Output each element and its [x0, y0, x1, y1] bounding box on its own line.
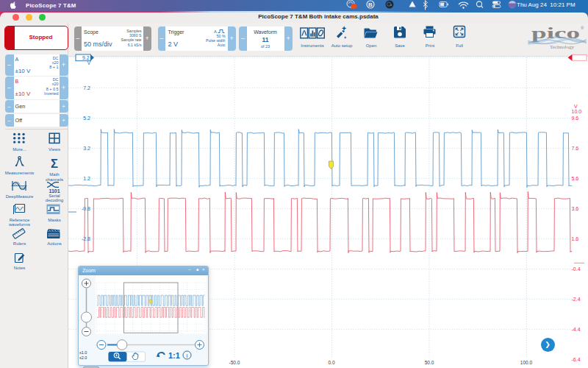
svg-text:-6.4: -6.4	[572, 357, 581, 362]
svg-text:Views: Views	[49, 147, 60, 152]
svg-text:1.2: 1.2	[83, 176, 90, 181]
svg-text:-2.8: -2.8	[82, 236, 90, 241]
svg-text:Open: Open	[366, 43, 377, 48]
svg-text:Notes: Notes	[14, 266, 26, 270]
svg-text:i: i	[187, 353, 188, 359]
svg-text:x2.0: x2.0	[79, 355, 87, 360]
svg-text:7.2: 7.2	[83, 85, 90, 91]
svg-text:Instruments: Instruments	[301, 43, 323, 48]
svg-text:Actions: Actions	[47, 241, 62, 246]
svg-text:Print: Print	[426, 43, 435, 48]
svg-text:3.6: 3.6	[572, 206, 579, 211]
svg-text:Σ: Σ	[51, 157, 58, 170]
svg-text:7.6: 7.6	[572, 146, 579, 151]
svg-text:decoding: decoding	[46, 198, 63, 202]
svg-text:9.6: 9.6	[572, 116, 579, 121]
svg-text:-4.4: -4.4	[572, 327, 581, 332]
svg-text:Reference: Reference	[10, 218, 30, 222]
svg-text:®: ®	[581, 26, 584, 30]
svg-text:5.6: 5.6	[572, 176, 579, 181]
svg-text:-2.4: -2.4	[572, 297, 581, 302]
svg-text:channels: channels	[46, 177, 63, 182]
svg-text:DeepMeasure: DeepMeasure	[6, 194, 34, 199]
svg-text:-0.4: -0.4	[572, 266, 581, 272]
svg-text:B: B	[368, 1, 373, 8]
svg-text:Auto setup: Auto setup	[331, 43, 353, 48]
svg-text:V: V	[87, 60, 91, 66]
svg-text:Math: Math	[49, 172, 59, 177]
svg-text:9.2: 9.2	[82, 55, 90, 60]
svg-text:10.0: 10.0	[572, 109, 582, 114]
svg-text:1101: 1101	[49, 188, 60, 194]
svg-text:A: A	[214, 29, 217, 34]
svg-text:V: V	[574, 104, 578, 109]
svg-text:More...: More...	[12, 147, 26, 152]
svg-text:5.2: 5.2	[83, 116, 90, 121]
svg-text:waveforms: waveforms	[8, 222, 30, 227]
svg-text:Rulers: Rulers	[13, 241, 26, 246]
svg-text:x1.0: x1.0	[79, 350, 87, 355]
svg-text:3.2: 3.2	[83, 146, 90, 151]
svg-text:Save: Save	[395, 43, 405, 48]
svg-text:1:1: 1:1	[168, 351, 180, 360]
svg-text:1.6: 1.6	[572, 236, 579, 241]
svg-text:Masks: Masks	[48, 218, 60, 222]
svg-text:Serial: Serial	[49, 194, 60, 198]
svg-text:-0.8: -0.8	[82, 206, 90, 211]
svg-text:Measurements: Measurements	[5, 171, 35, 175]
svg-text:Full: Full	[456, 43, 463, 48]
